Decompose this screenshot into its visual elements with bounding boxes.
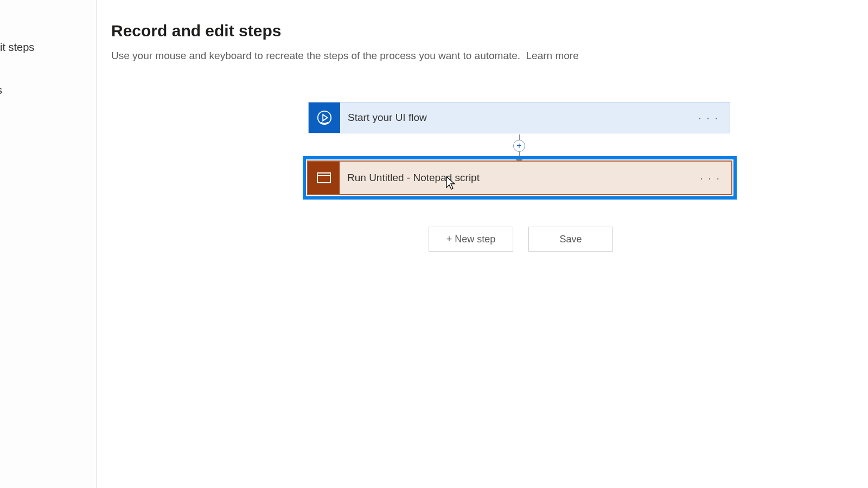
svg-point-0 (318, 111, 331, 124)
svg-marker-1 (323, 114, 327, 120)
new-step-button[interactable]: + New step (429, 227, 513, 252)
play-circle-icon (316, 110, 333, 126)
step-run-label: Run Untitled - Notepad script (347, 172, 480, 184)
play-icon-box (309, 102, 340, 133)
sidebar-item-edit-steps[interactable]: it steps (0, 41, 34, 54)
sidebar-item-fragment[interactable]: s (0, 84, 2, 97)
svg-rect-2 (317, 173, 330, 183)
page-subtitle-row: Use your mouse and keyboard to recreate … (111, 50, 846, 62)
action-buttons: + New step Save (429, 227, 613, 252)
connector-line (519, 134, 520, 140)
main-content: Record and edit steps Use your mouse and… (111, 22, 846, 62)
step-selected-outline: Run Untitled - Notepad script · · · (303, 156, 737, 200)
page-subtitle: Use your mouse and keyboard to recreate … (111, 50, 520, 61)
step-start-menu[interactable]: · · · (695, 110, 722, 126)
window-icon (317, 172, 331, 183)
step-start-label: Start your UI flow (348, 112, 427, 124)
flow-canvas: Start your UI flow · · · (308, 102, 730, 133)
step-run-menu[interactable]: · · · (697, 170, 724, 187)
window-icon-box (308, 162, 340, 194)
step-connector: + (308, 134, 730, 158)
page-title: Record and edit steps (111, 22, 846, 40)
step-start-flow[interactable]: Start your UI flow · · · (308, 102, 730, 133)
add-step-inline-button[interactable]: + (513, 140, 525, 152)
save-button[interactable]: Save (528, 227, 613, 252)
sidebar: it steps s (0, 0, 97, 488)
learn-more-link[interactable]: Learn more (526, 50, 579, 61)
step-run-notepad[interactable]: Run Untitled - Notepad script · · · (307, 160, 732, 195)
